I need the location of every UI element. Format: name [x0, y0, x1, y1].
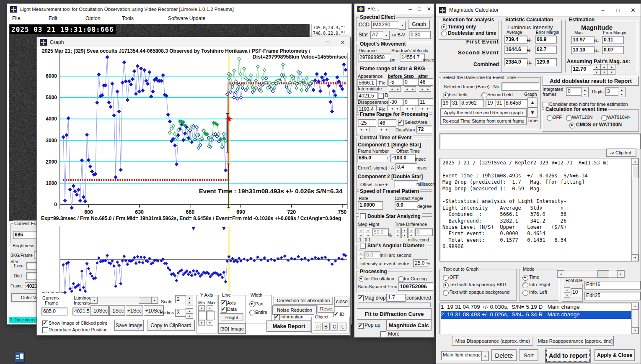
ymax-up-icon[interactable]: [207, 305, 213, 311]
digits-field[interactable]: 3: [605, 87, 620, 96]
dis-step-left-icon[interactable]: [404, 106, 410, 111]
fresnel-titlebar[interactable]: Fre... – □ ✕: [354, 4, 434, 14]
spectral-graph-button[interactable]: Graph: [408, 20, 430, 29]
d-checkbox[interactable]: [378, 93, 384, 99]
dis-step-right-icon[interactable]: [410, 106, 416, 111]
doublestar-time-radio[interactable]: [441, 31, 447, 36]
pair-down1-icon[interactable]: [593, 69, 600, 75]
main-titlebar[interactable]: Light Measurement tool for Occultation O…: [7, 4, 352, 15]
appearance-field[interactable]: 5666.1: [357, 79, 378, 87]
for-occultation-radio[interactable]: [359, 276, 364, 282]
edit25-field[interactable]: Edit25: [584, 292, 641, 300]
dis-before-left-icon[interactable]: [389, 106, 395, 111]
integrated-down-icon[interactable]: [581, 92, 589, 97]
step-right-icon[interactable]: [410, 86, 416, 92]
scroll-thumb[interactable]: [139, 297, 151, 304]
document-icon[interactable]: [15, 352, 24, 362]
miss-reappearance-button[interactable]: Miss Reapppearance [approx. tine]: [537, 336, 614, 346]
radius-field[interactable]: 3: [175, 309, 187, 317]
menu-file[interactable]: File: [12, 16, 20, 22]
mode-time-radio[interactable]: [522, 275, 528, 281]
cmos-radio[interactable]: [569, 123, 575, 128]
stats-scroll-thumb[interactable]: [632, 165, 638, 178]
range-from-right-icon[interactable]: [364, 127, 370, 132]
maximize-icon[interactable]: □: [320, 37, 335, 47]
font-size-field[interactable]: 10: [571, 288, 582, 296]
plus-1sec-button[interactable]: +1Sec: [126, 305, 143, 316]
stats-scroll-down-icon[interactable]: [632, 254, 638, 261]
menu-option[interactable]: Option: [85, 16, 100, 22]
reset-button[interactable]: Reset: [318, 305, 335, 313]
change-type-dropdown-icon[interactable]: ▼: [481, 351, 489, 361]
information-checkbox[interactable]: [274, 314, 280, 320]
mode-info-left-radio[interactable]: [522, 290, 528, 296]
offset-time-field[interactable]: -103.0: [390, 154, 416, 162]
before-right-icon[interactable]: [395, 86, 401, 92]
select-area-checkbox[interactable]: [398, 120, 404, 126]
selected-frame-field[interactable]: [501, 82, 539, 91]
result-row[interactable]: 1 19 31 04.709 +/- 0.030s, S/N= 5.19 D M…: [441, 304, 631, 311]
pair-mag-field[interactable]: 12.70: [571, 65, 594, 73]
light-curve-chart[interactable]: 0100020003000400050006000600630660690720…: [37, 47, 349, 294]
results-scroll-down-icon[interactable]: [632, 327, 638, 334]
3d-image-button[interactable]: [3D] Image: [218, 323, 246, 334]
result-row-selected[interactable]: 2 19 31 08.493 +/- 0.026s, S/N= 6.34 R M…: [441, 311, 631, 319]
minimize-icon[interactable]: –: [406, 4, 415, 14]
axis-checkbox[interactable]: [221, 300, 227, 306]
menu-tools[interactable]: Tools: [122, 16, 134, 22]
integrated-frames-field[interactable]: 0: [566, 87, 583, 96]
change-type-select[interactable]: Main light change: [441, 351, 484, 360]
maximize-icon[interactable]: □: [610, 4, 625, 16]
double-star-checkbox[interactable]: [360, 213, 366, 219]
minus-10sec-button[interactable]: -10Sec: [90, 305, 109, 316]
app-before-field[interactable]: -5: [388, 78, 403, 86]
time1-s-field[interactable]: 8.5962: [460, 99, 484, 107]
dis-after-field[interactable]: 11: [418, 98, 433, 106]
close-icon[interactable]: ✕: [335, 37, 350, 47]
mag1-err-field[interactable]: 0.11: [602, 36, 624, 44]
delete-button[interactable]: Delete: [491, 349, 517, 361]
step-hight-field[interactable]: 50.0: [372, 228, 389, 236]
ymax-track[interactable]: [207, 311, 215, 320]
wat910h-radio[interactable]: [601, 115, 607, 121]
graph-titlebar[interactable]: Graph – □ ✕: [37, 37, 350, 48]
miss-disappearance-button[interactable]: Miss Disappearance (approx. time): [452, 336, 533, 346]
scroll-left-icon[interactable]: [91, 297, 98, 304]
sort-button[interactable]: Sort: [519, 349, 538, 361]
text-off-radio[interactable]: [443, 275, 449, 281]
popup-checkbox[interactable]: [358, 323, 364, 329]
object-c-button[interactable]: C: [331, 323, 338, 331]
minus-1sec-button[interactable]: -1Sec: [109, 305, 125, 316]
object-l-button[interactable]: L: [339, 323, 346, 331]
text-opaque-radio[interactable]: [443, 290, 449, 296]
star-dropdown-icon[interactable]: ▼: [383, 31, 390, 40]
copy-clipboard-button[interactable]: Copy to ClipBoard: [147, 320, 195, 331]
apply-edit-time-button[interactable]: Apply the edit time and Re-open graph: [440, 108, 527, 117]
pair-up2-icon[interactable]: [600, 64, 608, 69]
show-image-checkbox[interactable]: [42, 320, 48, 326]
reproduce-aperture-checkbox[interactable]: [42, 327, 48, 333]
clip-board-button[interactable]: -> Clip brd.: [606, 149, 636, 157]
graph-position-scrollbar[interactable]: [557, 270, 625, 278]
hscroll-right-icon[interactable]: [617, 270, 624, 277]
time2-s-field[interactable]: 8.6458: [504, 99, 528, 107]
close-icon[interactable]: ✕: [424, 4, 434, 14]
after-left-icon[interactable]: [419, 86, 425, 92]
dis-before-field[interactable]: -30: [388, 98, 403, 106]
digits-down-icon[interactable]: [618, 92, 625, 97]
fit-diffraction-button[interactable]: Fit to Diffraction Curve: [357, 308, 432, 320]
magcalc-titlebar[interactable]: Magnitude Calculator – □ ✕: [436, 4, 641, 17]
close-graph-button[interactable]: close: [334, 297, 349, 307]
magnitude-calc-button[interactable]: Magnitude Calc: [386, 320, 432, 331]
bv-field[interactable]: 0.30: [409, 31, 431, 39]
before-left-icon[interactable]: [389, 86, 395, 92]
mag2-err-field[interactable]: 0.07: [602, 46, 624, 54]
range-to-field[interactable]: 46: [378, 119, 396, 127]
hscroll-left-icon[interactable]: [557, 270, 564, 277]
appearance-fix-button[interactable]: Fix: [376, 79, 388, 87]
mag-drop-field[interactable]: 1.7: [386, 294, 406, 302]
results-scroll-up-icon[interactable]: [632, 303, 638, 310]
datanum-field[interactable]: 72: [416, 126, 432, 133]
time-difference-field[interactable]: 0: [415, 228, 433, 236]
rate-field[interactable]: 1.0000: [358, 201, 383, 210]
